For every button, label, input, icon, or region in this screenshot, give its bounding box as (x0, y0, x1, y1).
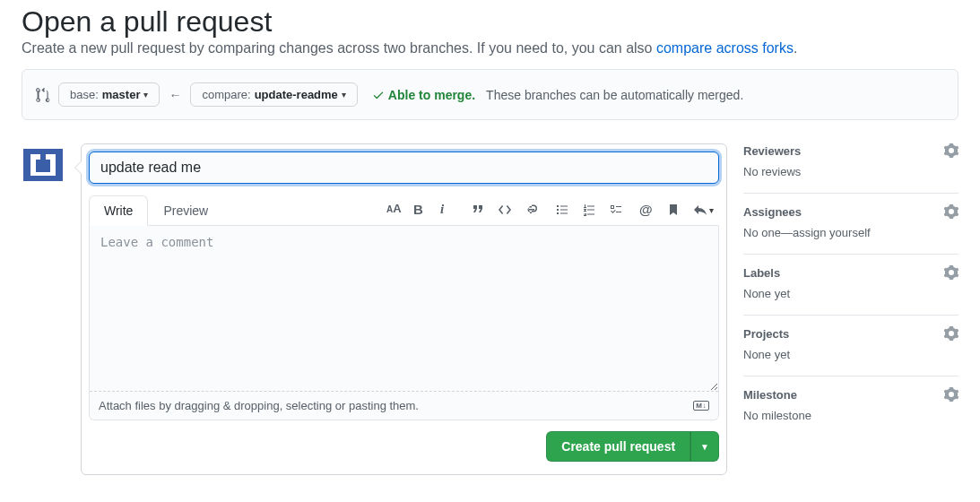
gear-icon[interactable] (944, 204, 958, 219)
quote-icon[interactable] (471, 203, 485, 217)
markdown-icon[interactable]: M↓ (693, 401, 709, 411)
compare-forks-link[interactable]: compare across forks (656, 40, 794, 56)
check-icon (372, 89, 385, 101)
reviewers-block: Reviewers No reviews (743, 143, 958, 194)
labels-text: None yet (743, 287, 958, 300)
tasklist-icon[interactable] (609, 203, 623, 217)
gear-icon[interactable] (944, 143, 958, 158)
git-compare-icon (35, 87, 51, 103)
reviewers-text: No reviews (743, 165, 958, 178)
assignees-text: No one—assign yourself (743, 226, 958, 239)
projects-text: None yet (743, 348, 958, 361)
caret-down-icon: ▾ (342, 90, 346, 100)
arrow-left-icon: ← (167, 88, 183, 102)
projects-title: Projects (743, 327, 789, 341)
tab-write[interactable]: Write (89, 195, 148, 226)
create-pr-button[interactable]: Create pull request (546, 431, 690, 462)
avatar (22, 143, 65, 186)
milestone-text: No milestone (743, 409, 958, 422)
compare-bar: base: master ▾ ← compare: update-readme … (22, 69, 958, 120)
pr-title-input[interactable] (89, 151, 719, 184)
merge-status-text: Able to merge. (388, 88, 475, 102)
mention-icon[interactable]: @ (639, 203, 654, 217)
gear-icon[interactable] (944, 387, 958, 402)
editor-tabs-row: Write Preview AA B i (89, 195, 719, 226)
subtitle-period: . (794, 40, 797, 56)
assignees-title: Assignees (743, 205, 802, 219)
ul-icon[interactable] (555, 203, 569, 217)
caret-down-icon: ▾ (143, 90, 148, 100)
tab-preview[interactable]: Preview (148, 195, 223, 226)
projects-block: Projects None yet (743, 316, 958, 376)
attach-hint-row[interactable]: Attach files by dragging & dropping, sel… (90, 391, 718, 420)
merge-hint: These branches can be automatically merg… (486, 88, 743, 102)
page-subtitle: Create a new pull request by comparing c… (22, 40, 958, 56)
milestone-block: Milestone No milestone (743, 376, 958, 437)
pr-comment-textarea[interactable] (90, 226, 718, 391)
assign-yourself-link[interactable]: assign yourself (793, 226, 871, 239)
link-icon[interactable] (525, 203, 539, 217)
heading-icon[interactable]: AA (386, 203, 401, 217)
ol-icon[interactable] (582, 203, 596, 217)
code-icon[interactable] (498, 203, 512, 217)
compare-label: compare: (202, 88, 250, 101)
create-pr-menu-button[interactable]: ▼ (690, 431, 719, 462)
milestone-title: Milestone (743, 388, 797, 402)
reviewers-title: Reviewers (743, 144, 801, 158)
labels-title: Labels (743, 266, 780, 280)
italic-icon[interactable]: i (440, 203, 455, 217)
svg-rect-4 (40, 154, 46, 161)
compare-value: update-readme (255, 88, 338, 101)
bold-icon[interactable]: B (413, 203, 428, 217)
assignees-prefix: No one— (743, 226, 793, 239)
svg-rect-3 (36, 160, 50, 172)
compare-branch-button[interactable]: compare: update-readme ▾ (190, 82, 357, 107)
labels-block: Labels None yet (743, 255, 958, 316)
markdown-toolbar: AA B i @ (386, 203, 719, 217)
assignees-block: Assignees No one—assign yourself (743, 194, 958, 255)
pr-form: Write Preview AA B i (81, 143, 727, 475)
gear-icon[interactable] (944, 265, 958, 280)
merge-status: Able to merge. (372, 88, 475, 102)
base-label: base: (70, 88, 99, 101)
base-value: master (102, 88, 141, 101)
page-title: Open a pull request (22, 5, 958, 39)
base-branch-button[interactable]: base: master ▾ (58, 82, 160, 107)
saved-reply-icon[interactable] (666, 203, 681, 217)
sidebar: Reviewers No reviews Assignees No one—as… (743, 143, 958, 437)
subtitle-text: Create a new pull request by comparing c… (22, 40, 656, 56)
attach-hint-text: Attach files by dragging & dropping, sel… (99, 399, 419, 412)
gear-icon[interactable] (944, 326, 958, 341)
reply-menu-icon[interactable]: ▾ (693, 203, 714, 217)
